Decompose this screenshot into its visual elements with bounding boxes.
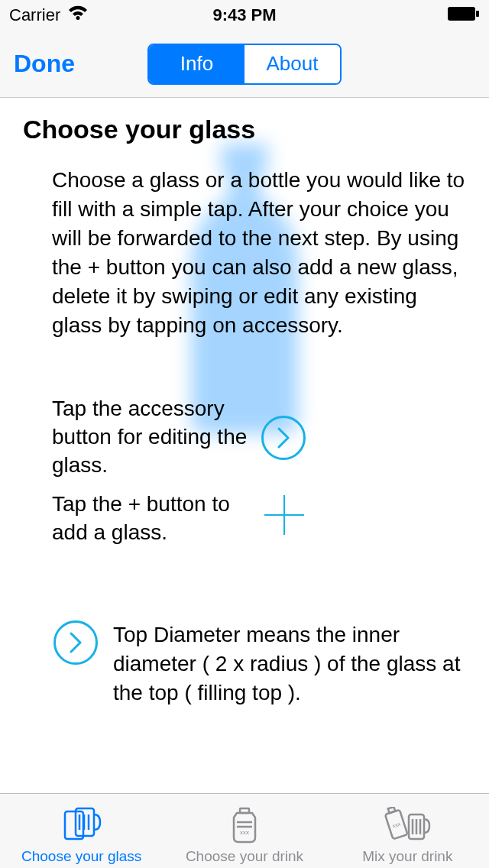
svg-rect-9 — [240, 808, 249, 813]
svg-rect-14 — [388, 807, 395, 813]
glass-icon — [60, 804, 103, 847]
tab-label: Mix your drink — [362, 848, 452, 865]
segment-info[interactable]: Info — [149, 45, 244, 83]
tab-mix-drink[interactable]: xxx Mix your drink — [326, 794, 489, 868]
accessory-chevron-icon — [261, 416, 306, 460]
segmented-control: Info About — [147, 44, 342, 85]
intro-text: Choose a glass or a bottle you would lik… — [52, 166, 466, 340]
plus-icon — [261, 492, 307, 546]
svg-text:xxx: xxx — [392, 821, 402, 828]
tab-choose-drink[interactable]: xxx Choose your drink — [163, 794, 325, 868]
battery-icon — [448, 5, 480, 25]
done-button[interactable]: Done — [14, 50, 75, 78]
mix-icon: xxx — [383, 804, 432, 847]
tip-accessory-text: Tap the accessory button for editing the… — [52, 395, 251, 480]
page-title: Choose your glass — [23, 115, 466, 144]
tip-add-text: Tap the + button to add a glass. — [52, 491, 251, 547]
svg-rect-0 — [448, 7, 475, 21]
svg-rect-4 — [65, 811, 83, 839]
carrier-label: Carrier — [9, 5, 60, 25]
wifi-icon — [68, 5, 88, 25]
tab-label: Choose your drink — [186, 848, 303, 865]
svg-text:xxx: xxx — [240, 829, 249, 836]
svg-rect-1 — [476, 11, 479, 17]
tab-label: Choose your glass — [21, 848, 141, 865]
tab-bar: Choose your glass xxx Choose your drink … — [0, 793, 489, 868]
content-area: Choose your glass Choose a glass or a bo… — [0, 98, 489, 793]
diameter-chevron-icon — [53, 620, 98, 665]
status-bar: Carrier 9:43 PM — [0, 0, 489, 31]
segment-about[interactable]: About — [244, 45, 340, 83]
jug-icon: xxx — [226, 804, 263, 847]
diameter-text: Top Diameter means the inner diameter ( … — [113, 620, 466, 708]
tab-choose-glass[interactable]: Choose your glass — [0, 794, 163, 868]
nav-bar: Done Info About — [0, 31, 489, 98]
